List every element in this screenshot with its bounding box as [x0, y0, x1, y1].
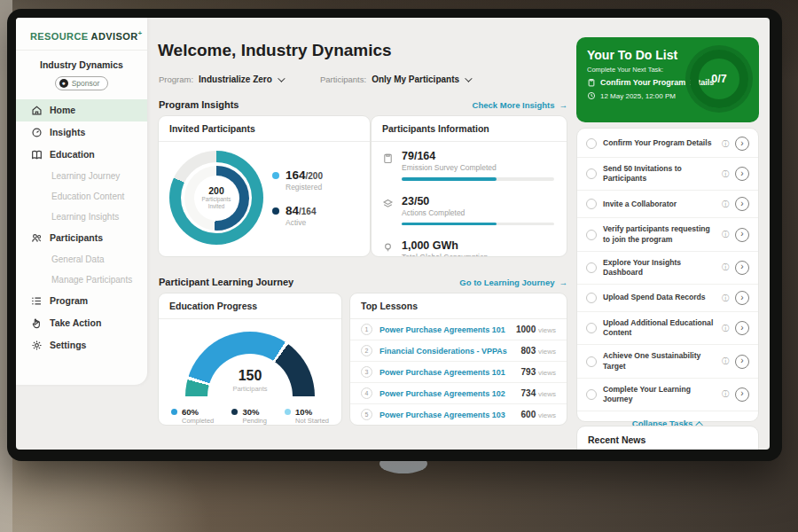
todo-task-row[interactable]: Complete Your Learning Journey ⓘ ›: [577, 379, 758, 411]
lesson-views-suffix: views: [538, 326, 556, 334]
todo-task-row[interactable]: Explore Your Insights Dashboard ⓘ ›: [577, 252, 758, 285]
task-checkbox[interactable]: [586, 356, 597, 367]
gauge-chart: 150 Participants: [185, 332, 315, 396]
filter-dropdown[interactable]: Program: Industrialize Zero: [159, 74, 283, 84]
task-checkbox[interactable]: [586, 262, 597, 273]
brand-secondary: ADVISOR: [91, 31, 138, 42]
brand-logo[interactable]: RESOURCE ADVISOR+: [16, 18, 147, 51]
task-checkbox[interactable]: [586, 230, 597, 240]
info-label: Total Global Consumption: [402, 253, 554, 257]
todo-task-row[interactable]: Upload Additional Educational Content ⓘ …: [577, 312, 758, 345]
task-checkbox[interactable]: [586, 389, 597, 400]
lesson-link[interactable]: Power Purchase Agreements 103: [379, 411, 514, 419]
legend-item: 10% Not Started: [285, 407, 329, 425]
sidebar-item[interactable]: Learning Journey: [16, 166, 147, 186]
sidebar-item[interactable]: Learning Insights: [16, 207, 147, 227]
sidebar-item-label: Learning Insights: [51, 212, 119, 222]
task-chevron-button[interactable]: ›: [735, 228, 749, 242]
task-label: Invite a Collaborator: [603, 200, 716, 209]
sidebar-item[interactable]: Manage Participants: [16, 270, 147, 290]
sidebar: RESOURCE ADVISOR+ Industry Dynamics ● Sp…: [16, 18, 147, 385]
chevron-down-icon: [465, 74, 472, 82]
donut-center-label: Participants Invited: [197, 196, 236, 210]
legend-label: Completed: [182, 417, 214, 425]
lesson-row: 1 Power Purchase Agreements 101 1000 vie…: [350, 319, 567, 340]
todo-task-row[interactable]: Verify participants requesting to join t…: [577, 218, 758, 251]
dashboard-screen: RESOURCE ADVISOR+ Industry Dynamics ● Sp…: [16, 18, 770, 450]
todo-task-row[interactable]: Achieve One Sustainability Target ⓘ ›: [577, 345, 758, 378]
lesson-rank: 2: [361, 345, 372, 356]
lesson-row: 5 Power Purchase Agreements 103 600 view…: [350, 404, 567, 425]
sponsor-badge[interactable]: ● Sponsor: [55, 76, 109, 90]
sidebar-item[interactable]: Take Action: [16, 312, 147, 334]
sponsor-icon: ●: [59, 79, 68, 88]
lesson-rank: 5: [361, 409, 372, 420]
lesson-views: 600: [521, 410, 536, 419]
task-checkbox[interactable]: [586, 168, 597, 179]
progress-track: [402, 177, 554, 181]
sidebar-item-label: Insights: [50, 127, 85, 137]
org-name: Industry Dynamics: [16, 59, 147, 70]
legend-item: 30% Pending: [231, 407, 267, 425]
participants-info-rows: 79/164 Emission Survey Completed 23/50 A…: [372, 142, 567, 257]
lesson-views: 803: [521, 346, 536, 356]
info-value: 23/50: [402, 195, 554, 207]
lesson-views-suffix: views: [538, 411, 556, 419]
legend-total: /200: [306, 171, 323, 181]
sidebar-item[interactable]: Participants: [16, 227, 147, 249]
lesson-row: 2 Financial Considerations - VPPAs 803 v…: [350, 340, 567, 362]
task-checkbox[interactable]: [586, 293, 597, 303]
home-icon: [31, 105, 43, 116]
sidebar-item[interactable]: Home: [16, 99, 147, 121]
main-content: Welcome, Industry Dynamics Program: Indu…: [147, 18, 576, 450]
info-row: 1,000 GWh Total Global Consumption: [372, 231, 567, 257]
learning-journey-header: Participant Learning Journey Go to Learn…: [159, 277, 567, 287]
task-chevron-button[interactable]: ›: [735, 167, 749, 181]
filter-dropdown[interactable]: Participants: Only My Participants: [320, 74, 470, 84]
lesson-link[interactable]: Power Purchase Agreements 102: [379, 389, 514, 398]
sidebar-item[interactable]: Education: [16, 144, 147, 166]
sidebar-item[interactable]: Settings: [16, 334, 147, 356]
donut-chart-area: 200 Participants Invited 164/200: [159, 142, 370, 254]
info-label: Actions Completed: [402, 208, 554, 217]
recent-news-card: Recent News: [576, 426, 759, 450]
todo-task-row[interactable]: Invite a Collaborator ⓘ ›: [577, 191, 758, 218]
donut-chart: 200 Participants Invited: [169, 151, 263, 245]
sidebar-item[interactable]: Education Content: [16, 186, 147, 207]
todo-task-row[interactable]: Upload Spend Data Records ⓘ ›: [577, 285, 758, 312]
lesson-rank: 1: [361, 324, 372, 335]
task-checkbox[interactable]: [586, 199, 597, 209]
task-chevron-button[interactable]: ›: [735, 137, 749, 151]
invited-participants-card: Invited Participants 200 Participants In…: [158, 115, 371, 257]
card-title: Participants Information: [372, 116, 567, 142]
info-icon: ⓘ: [722, 169, 729, 179]
task-chevron-button[interactable]: ›: [735, 355, 749, 369]
task-chevron-button[interactable]: ›: [735, 291, 749, 305]
sidebar-item[interactable]: Program: [16, 290, 147, 312]
lesson-link[interactable]: Financial Considerations - VPPAs: [379, 347, 514, 356]
task-chevron-button[interactable]: ›: [735, 197, 749, 211]
lesson-link[interactable]: Power Purchase Agreements 101: [379, 368, 514, 377]
task-chevron-button[interactable]: ›: [735, 387, 749, 402]
task-checkbox[interactable]: [586, 138, 597, 149]
lesson-link[interactable]: Power Purchase Agreements 101: [379, 325, 509, 334]
sidebar-item[interactable]: Insights: [16, 121, 147, 144]
todo-task-row[interactable]: Send 50 Invitations to Participants ⓘ ›: [577, 158, 758, 191]
filter-bar: Program: Industrialize Zero Participants…: [159, 74, 470, 84]
task-checkbox[interactable]: [586, 323, 597, 333]
task-chevron-button[interactable]: ›: [735, 261, 749, 275]
recent-news-title: Recent News: [588, 434, 747, 445]
legend-value: 10%: [295, 407, 329, 417]
check-more-insights-link[interactable]: Check More Insights →: [473, 100, 567, 110]
sidebar-item[interactable]: General Data: [16, 249, 147, 270]
gauge-legend: 60% Completed 30% Pending: [159, 400, 341, 425]
arrow-right-icon: →: [559, 100, 568, 110]
go-to-learning-journey-link[interactable]: Go to Learning Journey →: [459, 278, 567, 287]
todo-progress-value: 0/7: [711, 73, 726, 85]
link-label: Check More Insights: [473, 100, 555, 110]
participants-information-card: Participants Information 79/164 Emission…: [371, 115, 567, 257]
todo-task-row[interactable]: Confirm Your Program Details ⓘ ›: [577, 130, 758, 158]
donut-center-value: 200: [208, 185, 224, 196]
filter-value: Only My Participants: [372, 74, 459, 84]
task-chevron-button[interactable]: ›: [735, 321, 749, 335]
